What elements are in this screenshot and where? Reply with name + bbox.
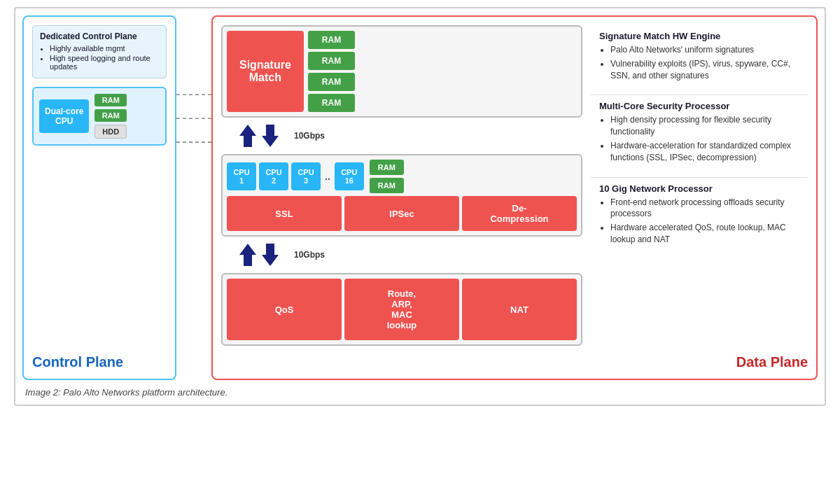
sig-match-desc: Signature Match HW Engine Palo Alto Netw…	[591, 25, 808, 95]
control-ram-1: RAM	[94, 94, 127, 106]
sig-hw-bullet-1: Palo Alto Networks' uniform signatures	[610, 44, 808, 56]
control-plane: Dedicated Control Plane Highly available…	[22, 15, 176, 380]
mc-bullet-2: Hardware-acceleration for standardized c…	[610, 140, 808, 164]
cpu-rams: RAM RAM	[370, 160, 404, 193]
data-plane-label: Data Plane	[221, 354, 808, 370]
netproc-container: QoS Route,ARP,MAClookup NAT	[221, 273, 582, 346]
arrow2-svg	[235, 242, 291, 267]
decomp-block: De-Compression	[462, 196, 577, 231]
control-plane-description: Dedicated Control Plane Highly available…	[32, 25, 167, 78]
net-proc-bullets: Front-end network processing offloads se…	[610, 197, 808, 246]
cpu-3: CPU3	[291, 162, 321, 190]
bullet-2: High speed logging and route updates	[50, 54, 159, 71]
outer-container: Dedicated Control Plane Highly available…	[14, 7, 826, 406]
multicore-proc-bullets: High density processing for flexible sec…	[610, 114, 808, 163]
caption: Image 2: Palo Alto Networks platform arc…	[22, 387, 818, 398]
net-bullet-2: Hardware accelerated QoS, route lookup, …	[610, 222, 808, 246]
svg-marker-3	[239, 125, 256, 147]
route-block: Route,ARP,MAClookup	[344, 279, 459, 340]
arrow1-container: 10Gbps	[235, 123, 582, 148]
cpu-1: CPU1	[227, 162, 256, 190]
svg-marker-5	[239, 244, 256, 266]
main-diagram: Dedicated Control Plane Highly available…	[22, 15, 818, 380]
sig-match-block: SignatureMatch	[227, 31, 304, 112]
cpu-box: Dual-coreCPU RAM RAM HDD	[32, 87, 167, 146]
net-bullet-1: Front-end network processing offloads se…	[610, 197, 808, 220]
cpu-2: CPU2	[259, 162, 288, 190]
cpu-ram-1: RAM	[370, 160, 404, 175]
sig-ram-4: RAM	[308, 94, 355, 112]
svg-marker-4	[262, 125, 279, 147]
netproc-desc: 10 Gig Network Processor Front-end netwo…	[591, 178, 808, 259]
data-plane-right: Signature Match HW Engine Palo Alto Netw…	[591, 25, 808, 346]
arrow1-svg	[235, 123, 291, 148]
svg-marker-6	[262, 244, 279, 266]
sig-match-hw-title: Signature Match HW Engine	[599, 31, 808, 41]
cpu-row: CPU1 CPU2 CPU3 .. CPU16 RAM RAM	[227, 160, 577, 193]
ipsec-block: IPSec	[344, 196, 459, 231]
multicore-proc-title: Multi-Core Security Processor	[599, 101, 808, 111]
cpu-ram-2: RAM	[370, 178, 404, 193]
ssl-block: SSL	[227, 196, 342, 231]
arrow1-label: 10Gbps	[294, 131, 325, 141]
cpu-16: CPU16	[335, 162, 364, 190]
qos-block: QoS	[227, 279, 342, 340]
sig-ram-3: RAM	[308, 73, 355, 91]
bullet-1: Highly available mgmt	[50, 44, 159, 52]
cpu-ram-hdd: RAM RAM HDD	[94, 94, 127, 139]
multicore-desc: Multi-Core Security Processor High densi…	[591, 95, 808, 177]
connector-svg	[176, 15, 211, 380]
cpu-dots: ..	[323, 171, 332, 182]
sig-match-rams: RAM RAM RAM RAM	[308, 31, 355, 112]
sig-match-container: SignatureMatch RAM RAM RAM RAM	[221, 25, 582, 118]
sig-ram-2: RAM	[308, 52, 355, 70]
arrow2-label: 10Gbps	[294, 250, 325, 260]
dedicated-control-plane-title: Dedicated Control Plane	[40, 31, 159, 41]
data-plane: SignatureMatch RAM RAM RAM RAM	[211, 15, 818, 380]
arrow2-container: 10Gbps	[235, 242, 582, 267]
nat-block: NAT	[462, 279, 577, 340]
sig-match-hw-bullets: Palo Alto Networks' uniform signatures V…	[610, 44, 808, 81]
multicore-container: CPU1 CPU2 CPU3 .. CPU16 RAM RAM SSL	[221, 154, 582, 237]
control-hdd: HDD	[94, 125, 127, 139]
data-plane-center: SignatureMatch RAM RAM RAM RAM	[221, 25, 582, 346]
connector-area	[176, 15, 211, 380]
mc-bullet-1: High density processing for flexible sec…	[610, 114, 808, 138]
sig-ram-1: RAM	[308, 31, 355, 49]
control-plane-label: Control Plane	[32, 347, 167, 370]
control-plane-bullets: Highly available mgmt High speed logging…	[50, 44, 159, 71]
net-proc-title: 10 Gig Network Processor	[599, 183, 808, 194]
data-plane-content: SignatureMatch RAM RAM RAM RAM	[221, 25, 808, 346]
accel-row: SSL IPSec De-Compression	[227, 196, 577, 231]
control-ram-2: RAM	[94, 109, 127, 122]
dual-core-cpu: Dual-coreCPU	[39, 99, 89, 133]
sig-hw-bullet-2: Vulnerability exploits (IPS), virus, spy…	[610, 58, 808, 82]
